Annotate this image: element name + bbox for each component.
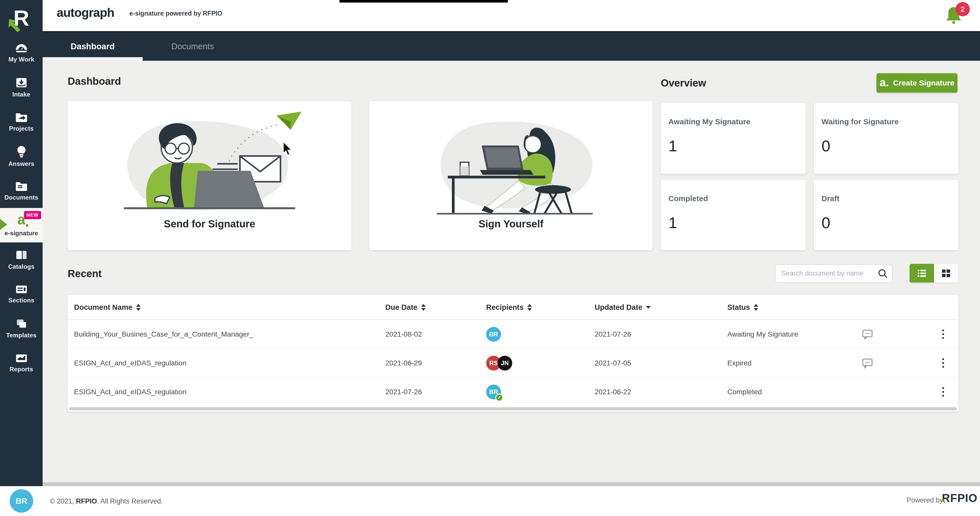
table-horizontal-scrollbar[interactable] bbox=[69, 407, 957, 410]
sort-icon bbox=[754, 304, 758, 311]
notifications-button[interactable]: 2 bbox=[944, 5, 967, 27]
grid-view-button[interactable] bbox=[934, 264, 959, 282]
sidebar-item-label: Documents bbox=[4, 194, 38, 201]
updated-date-cell: 2021-07-05 bbox=[595, 349, 702, 377]
comment-icon[interactable] bbox=[861, 329, 873, 340]
sidebar-item-label: My Work bbox=[8, 56, 34, 63]
table-row[interactable]: Building_Your_Busines_Case_for_a_Content… bbox=[68, 320, 958, 349]
document-name-cell[interactable]: ESIGN_Act_and_eIDAS_regulation bbox=[74, 377, 375, 406]
page-title: Dashboard bbox=[68, 76, 121, 87]
powered-by-text: Powered by bbox=[907, 496, 943, 504]
view-toggle bbox=[910, 264, 958, 282]
recent-title: Recent bbox=[68, 268, 102, 279]
column-header-recipients[interactable]: Recipients bbox=[486, 295, 532, 320]
comment-icon[interactable] bbox=[861, 358, 873, 369]
app-window: R My Work Intake bbox=[0, 0, 980, 516]
stat-card-awaiting-my-signature[interactable]: Awaiting My Signature 1 bbox=[661, 103, 806, 174]
intake-tray-icon bbox=[15, 77, 27, 88]
documents-folder-icon bbox=[15, 181, 28, 191]
stat-label: Draft bbox=[821, 194, 951, 203]
stat-label: Waiting for Signature bbox=[821, 117, 951, 126]
recent-documents-table: Document Name Due Date Recipients Update… bbox=[68, 295, 958, 411]
sidebar-item-label: Projects bbox=[9, 125, 33, 132]
table-header: Document Name Due Date Recipients Update… bbox=[68, 295, 958, 320]
column-header-status[interactable]: Status bbox=[727, 295, 758, 320]
column-label: Updated Date bbox=[595, 303, 642, 312]
updated-date-cell: 2021-06-22 bbox=[595, 377, 702, 406]
top-overlay-bar bbox=[339, 0, 508, 3]
sidebar-item-label: e-signature bbox=[5, 230, 38, 237]
logo-green-arrow-icon bbox=[7, 18, 23, 34]
sort-icon bbox=[527, 304, 532, 311]
recipient-avatar[interactable]: JN bbox=[497, 356, 512, 371]
list-view-button[interactable] bbox=[910, 264, 934, 282]
table-row[interactable]: ESIGN_Act_and_eIDAS_regulation 2021-06-2… bbox=[68, 349, 958, 377]
document-name-cell[interactable]: ESIGN_Act_and_eIDAS_regulation bbox=[74, 349, 375, 377]
stat-card-waiting-for-signature[interactable]: Waiting for Signature 0 bbox=[814, 103, 958, 174]
due-date-cell: 2021-08-02 bbox=[385, 320, 477, 349]
sidebar-item-answers[interactable]: Answers bbox=[0, 139, 43, 174]
document-name-cell[interactable]: Building_Your_Busines_Case_for_a_Content… bbox=[74, 320, 375, 349]
tab-dashboard[interactable]: Dashboard bbox=[43, 32, 143, 61]
brand-tagline: e-signature powered by RFPIO bbox=[129, 10, 222, 17]
comment-cell bbox=[861, 349, 892, 377]
grid-view-icon bbox=[940, 268, 952, 279]
status-cell: Expired bbox=[727, 349, 855, 377]
recipient-avatar[interactable]: BR ✓ bbox=[486, 385, 501, 400]
sidebar-item-catalogs[interactable]: Catalogs bbox=[0, 242, 43, 277]
user-avatar[interactable]: BR bbox=[10, 489, 33, 513]
column-header-due-date[interactable]: Due Date bbox=[385, 295, 426, 320]
tab-documents[interactable]: Documents bbox=[143, 32, 243, 61]
sidebar-item-label: Catalogs bbox=[8, 263, 35, 270]
status-cell: Awaiting My Signature bbox=[727, 320, 855, 349]
sidebar: R My Work Intake bbox=[0, 0, 43, 486]
sidebar-item-reports[interactable]: Reports bbox=[0, 346, 43, 380]
recipient-avatar[interactable]: BR bbox=[486, 327, 501, 342]
kebab-menu-icon[interactable] bbox=[940, 385, 946, 399]
stat-card-completed[interactable]: Completed 1 bbox=[661, 180, 806, 250]
sign-yourself-card[interactable]: Sign Yourself bbox=[369, 101, 652, 250]
column-label: Due Date bbox=[385, 303, 417, 312]
search-input[interactable] bbox=[776, 269, 878, 277]
sort-icon bbox=[421, 304, 426, 311]
rfpio-logo-mark[interactable]: R bbox=[0, 0, 43, 36]
top-header: autograph e-signature powered by RFPIO 2 bbox=[43, 0, 980, 31]
overview-title: Overview bbox=[661, 77, 706, 89]
stat-label: Completed bbox=[668, 194, 798, 203]
sidebar-item-my-work[interactable]: My Work bbox=[0, 36, 43, 70]
sidebar-item-sections[interactable]: Sections bbox=[0, 277, 43, 311]
column-label: Document Name bbox=[74, 303, 132, 312]
row-actions-cell bbox=[935, 320, 951, 349]
autograph-a-icon: a. bbox=[880, 78, 889, 87]
content-scrollbar-track[interactable] bbox=[43, 482, 980, 486]
sidebar-item-intake[interactable]: Intake bbox=[0, 70, 43, 105]
sign-yourself-label: Sign Yourself bbox=[479, 218, 543, 230]
notification-count-badge: 2 bbox=[956, 2, 970, 16]
footer: BR © 2021, RFPIO. All Rights Reserved. P… bbox=[0, 486, 980, 516]
stat-card-draft[interactable]: Draft 0 bbox=[814, 180, 958, 250]
sidebar-item-e-signature[interactable]: a NEW e-signature bbox=[0, 208, 43, 242]
sidebar-item-label: Intake bbox=[12, 91, 30, 98]
row-actions-cell bbox=[935, 349, 951, 377]
kebab-menu-icon[interactable] bbox=[940, 356, 946, 370]
kebab-menu-icon[interactable] bbox=[940, 327, 946, 341]
table-row[interactable]: ESIGN_Act_and_eIDAS_regulation 2021-07-2… bbox=[68, 377, 958, 406]
create-signature-button[interactable]: a. Create Signature bbox=[877, 73, 958, 92]
lightbulb-icon bbox=[16, 145, 27, 158]
column-header-document-name[interactable]: Document Name bbox=[74, 295, 141, 320]
column-header-updated-date[interactable]: Updated Date bbox=[595, 295, 651, 320]
stat-value: 1 bbox=[668, 213, 798, 232]
stat-value: 0 bbox=[821, 137, 951, 155]
sort-icon bbox=[136, 304, 141, 311]
templates-copy-icon bbox=[15, 319, 27, 329]
sidebar-item-templates[interactable]: Templates bbox=[0, 311, 43, 346]
tab-bar: Dashboard Documents bbox=[43, 31, 980, 61]
send-for-signature-card[interactable]: Send for Signature bbox=[68, 101, 352, 250]
active-item-arrow-icon bbox=[0, 219, 7, 230]
sidebar-item-documents[interactable]: Documents bbox=[0, 174, 43, 208]
autograph-brand: autograph bbox=[57, 6, 115, 20]
column-label: Recipients bbox=[486, 303, 524, 312]
search-icon[interactable] bbox=[878, 268, 888, 279]
sort-desc-icon bbox=[646, 306, 651, 309]
sidebar-item-projects[interactable]: Projects bbox=[0, 105, 43, 139]
